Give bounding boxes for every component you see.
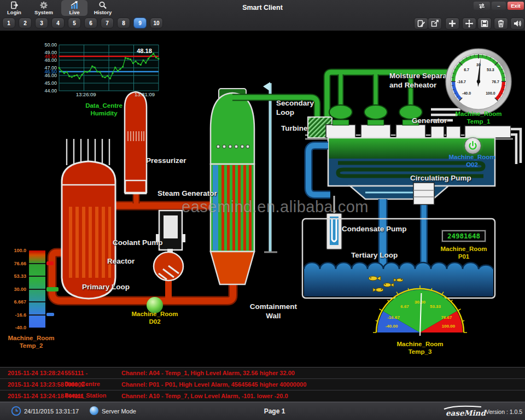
alarm-row[interactable]: 2015-11-24 13:24:18444111 - Machine_Room…: [0, 390, 525, 402]
export-button[interactable]: [428, 18, 442, 30]
alarm-time: 2015-11-24 13:28:24: [0, 368, 65, 378]
temp3-label-line2: Temp_3: [389, 348, 451, 355]
add-icon: [448, 19, 457, 28]
alarm-row[interactable]: 2015-11-24 13:23:58000002 - Power_Statio…: [0, 379, 525, 390]
watermark: easemind.en.alibaba.com: [158, 198, 393, 216]
trend-title-line1: Data_Centre: [38, 102, 170, 109]
minimize-button[interactable]: –: [492, 2, 506, 10]
temp3-gauge: -40.00-16.676.6730.0053.3376.67100.00: [372, 285, 468, 338]
edit-button[interactable]: [414, 18, 428, 30]
tick-label: 13:26:09: [76, 91, 96, 97]
login-icon: [10, 1, 19, 9]
bar-tick-line: [29, 276, 45, 277]
tick-label: 53.33: [430, 304, 441, 309]
tab-7[interactable]: 7: [101, 18, 114, 28]
tab-1[interactable]: 1: [2, 18, 15, 28]
trend-chart: 50.0049.0048.0047.0046.0045.0044.0048.50…: [38, 42, 170, 98]
label-turbine: Turbine: [281, 124, 308, 133]
trend-title: Data_Centre Humidity: [38, 102, 170, 117]
tick-label: -16.67: [387, 315, 400, 320]
server-sphere-icon: [90, 406, 98, 415]
display-label-line1: Machine_Room: [433, 245, 495, 253]
tab-2[interactable]: 2: [19, 18, 32, 28]
status-version: Version : 1.0.5: [486, 409, 522, 415]
bar-tick-label: 53.33: [1, 273, 26, 279]
tab-5[interactable]: 5: [68, 18, 81, 28]
bar-tick-label: 100.0: [1, 248, 26, 253]
label-containment-line2: Wall: [241, 311, 306, 320]
nav-login-label: Login: [7, 9, 21, 15]
alarm-src: 000002 - Power_Station: [65, 379, 121, 390]
temp1-label-line1: Machine_Room: [447, 110, 510, 118]
alarm-row[interactable]: 2015-11-24 13:28:24555111 - Data_CentreC…: [0, 368, 525, 379]
nav-history[interactable]: History: [90, 0, 116, 16]
label-steam-generator: Steam Generator: [158, 189, 217, 198]
label-reactor: Reactor: [107, 256, 135, 266]
brand-logo: easeMind: [446, 409, 486, 417]
tick-label: 44.00: [44, 88, 57, 94]
tick-label: 45.00: [44, 80, 57, 86]
tick-label: 6.67: [400, 304, 409, 309]
temp3-label-line1: Machine_Room: [389, 340, 451, 348]
tick-label: 48.18: [137, 48, 152, 54]
export-icon: [430, 19, 439, 28]
temp3-gauge-label: Machine_Room Temp_3: [389, 340, 451, 355]
label-tertiary-loop: Tertiary Loop: [351, 250, 398, 260]
tab-6[interactable]: 6: [84, 18, 97, 28]
switch-user-button[interactable]: [474, 2, 490, 10]
alarm-msg: Channel: A04 - Temp_1, High Level Alarm,…: [121, 368, 525, 378]
bar-tick-label: 6.667: [1, 299, 26, 305]
label-condensate-pump: Condensate Pump: [342, 224, 407, 234]
temp2-label-line1: Machine_Room: [0, 334, 62, 342]
power-icon: [468, 141, 478, 151]
tab-9[interactable]: 9: [133, 18, 147, 28]
trend-widget[interactable]: 50.0049.0048.0047.0046.0045.0044.0048.50…: [38, 42, 170, 117]
tab-10[interactable]: 10: [150, 18, 163, 28]
status-page: Page 1: [255, 407, 294, 415]
nav-live[interactable]: Live: [61, 0, 88, 16]
label-secondary-line2: Loop: [276, 108, 314, 117]
switch-user-icon: [478, 3, 486, 9]
nav-system[interactable]: System: [31, 0, 57, 16]
live-chart-icon: [70, 1, 79, 9]
led-label-line1: Machine_Room: [124, 310, 186, 318]
tab-3[interactable]: 3: [35, 18, 48, 28]
move-button[interactable]: [462, 18, 476, 30]
tab-8[interactable]: 8: [117, 18, 130, 28]
label-pressurizer: Pressurizer: [146, 156, 186, 165]
display-label-line2: P01: [433, 253, 495, 260]
power-button-label: Machine_Room O02: [441, 153, 503, 168]
delete-button[interactable]: [494, 18, 508, 30]
tick-label: 30.00: [415, 300, 426, 305]
label-coolant-pump: Coolant Pump: [113, 238, 163, 247]
tick-label: -40.00: [386, 324, 398, 329]
power-button-o02[interactable]: [464, 137, 481, 154]
exit-button[interactable]: Exit: [508, 2, 524, 10]
alarm-msg: Channel: A10 - Temp_7, Low Level Alarm, …: [121, 390, 525, 401]
add-button[interactable]: [445, 18, 459, 30]
led-label: Machine_Room D02: [124, 310, 186, 325]
tick-label: 76.67: [441, 315, 452, 320]
tab-4[interactable]: 4: [51, 18, 65, 28]
power-label-line1: Machine_Room: [441, 153, 503, 161]
save-icon: [480, 19, 489, 28]
digital-display-value: 24981648: [447, 232, 480, 240]
audio-button[interactable]: [510, 18, 524, 30]
bar-marker: [46, 261, 54, 265]
digital-display-label: Machine_Room P01: [433, 245, 495, 260]
bar-tick-label: 76.66: [1, 261, 26, 266]
label-generator: Generator: [412, 116, 447, 125]
containment-wall: [263, 82, 277, 252]
bar-tick-line: [29, 263, 45, 264]
tick-label: -40.0: [462, 91, 471, 95]
magnifier-icon: [98, 1, 107, 9]
label-containment-line1: Comtainment: [241, 302, 306, 311]
window-title: Smart Client: [208, 4, 317, 11]
save-button[interactable]: [477, 18, 492, 30]
nav-login[interactable]: Login: [1, 0, 27, 16]
tick-label: 50.00: [44, 42, 57, 48]
tick-label: 100.0: [486, 91, 495, 95]
bar-tick-line: [29, 289, 45, 290]
gear-icon: [39, 1, 48, 9]
clock-icon: [11, 406, 21, 416]
